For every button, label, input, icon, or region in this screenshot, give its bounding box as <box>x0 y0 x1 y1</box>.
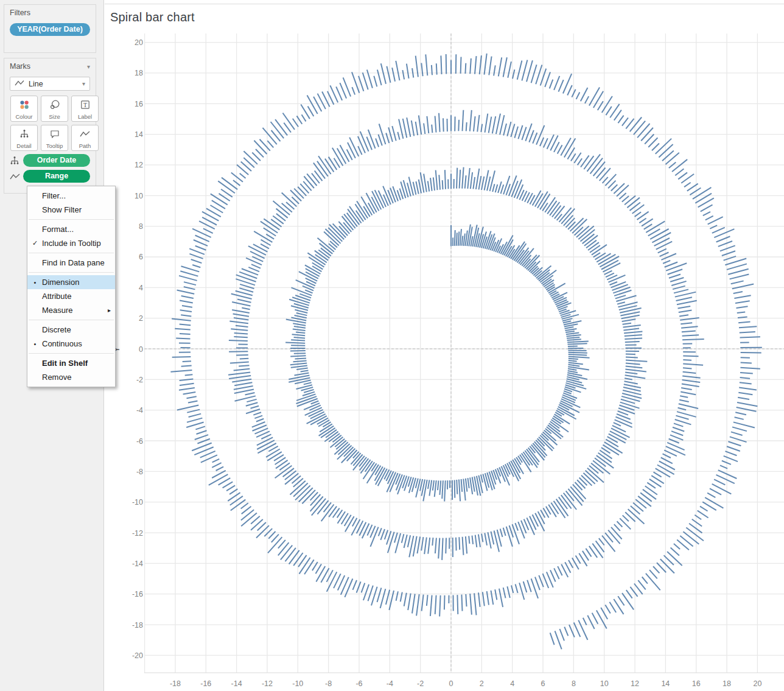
menu-item-measure[interactable]: Measure▸ <box>27 303 115 317</box>
svg-text:-14: -14 <box>231 679 242 688</box>
menu-item-discrete[interactable]: Discrete <box>27 323 115 337</box>
label-button[interactable]: TLabel <box>71 96 99 122</box>
menu-item-dimension[interactable]: •Dimension <box>27 275 115 289</box>
menu-item-label: Measure <box>42 306 73 315</box>
menu-item-show-filter[interactable]: Show Filter <box>27 203 115 217</box>
tooltip-button-label: Tooltip <box>46 142 63 149</box>
marks-card: Marks ▾ Line ▾ ColourSizeTLabelDetailToo… <box>4 58 96 194</box>
svg-text:-18: -18 <box>132 621 143 630</box>
colour-button[interactable]: Colour <box>10 96 38 122</box>
menu-separator <box>29 320 114 320</box>
svg-text:12: 12 <box>135 161 143 169</box>
svg-text:-16: -16 <box>132 590 143 598</box>
menu-item-label: Edit in Shelf <box>42 359 88 368</box>
svg-text:-16: -16 <box>200 679 211 688</box>
svg-text:-2: -2 <box>417 679 424 688</box>
svg-text:20: 20 <box>135 38 143 47</box>
svg-text:-10: -10 <box>132 498 143 507</box>
menu-item-continuous[interactable]: •Continuous <box>27 337 115 351</box>
pill-row-range: Range <box>9 170 96 183</box>
size-button-label: Size <box>49 113 60 120</box>
menu-item-label: Show Filter <box>42 205 82 214</box>
menu-item-label: Attribute <box>42 292 71 301</box>
svg-text:6: 6 <box>541 679 545 688</box>
menu-item-remove[interactable]: Remove <box>27 370 115 384</box>
svg-text:16: 16 <box>692 679 701 688</box>
mark-type-dropdown[interactable]: Line ▾ <box>10 77 90 91</box>
svg-text:8: 8 <box>572 679 576 688</box>
svg-text:14: 14 <box>135 130 143 139</box>
x-axis-tick-labels: -18-16-14-12-10-8-6-4-202468101214161820 <box>170 679 761 688</box>
context-menu: Filter...Show FilterFormat...✓Include in… <box>27 186 116 387</box>
svg-text:-4: -4 <box>136 406 143 415</box>
svg-text:-6: -6 <box>355 679 362 688</box>
tooltip-icon <box>49 125 60 142</box>
svg-text:-2: -2 <box>136 376 143 384</box>
gridlines <box>144 33 784 673</box>
pill-range[interactable]: Range <box>23 170 90 183</box>
svg-text:0: 0 <box>449 679 453 688</box>
svg-text:8: 8 <box>139 222 143 231</box>
menu-separator <box>29 219 114 220</box>
svg-text:20: 20 <box>753 679 761 688</box>
filters-card-title: Filters <box>10 9 30 17</box>
svg-text:-8: -8 <box>136 468 143 476</box>
svg-text:18: 18 <box>723 679 731 688</box>
svg-text:-6: -6 <box>136 437 143 446</box>
chevron-down-icon: ▾ <box>82 80 85 87</box>
svg-text:0: 0 <box>139 345 143 354</box>
checkmark-icon: ✓ <box>30 239 40 247</box>
spiral-marks <box>170 54 761 650</box>
menu-item-label: Discrete <box>42 325 71 334</box>
svg-text:-12: -12 <box>132 529 143 538</box>
svg-text:10: 10 <box>135 192 143 200</box>
size-icon <box>49 96 60 113</box>
svg-text:-20: -20 <box>132 651 143 660</box>
pill-order-date[interactable]: Order Date <box>23 154 90 167</box>
size-button[interactable]: Size <box>41 96 68 122</box>
menu-item-find-in-data-pane[interactable]: Find in Data pane <box>27 256 115 270</box>
detail-icon <box>19 125 30 142</box>
menu-item-filter[interactable]: Filter... <box>27 189 115 203</box>
label-button-label: Label <box>78 113 92 120</box>
line-mark-icon <box>15 80 24 88</box>
label-icon: T <box>80 96 91 113</box>
svg-text:10: 10 <box>600 679 609 688</box>
svg-text:T: T <box>83 102 86 108</box>
spiral-chart-plot: -18-16-14-12-10-8-6-4-202468101214161820… <box>105 0 784 691</box>
bullet-icon: • <box>30 279 40 286</box>
menu-item-attribute[interactable]: Attribute <box>27 289 115 303</box>
svg-text:4: 4 <box>139 284 143 292</box>
y-axis-tick-labels: 20181614121086420-2-4-6-8-10-12-14-16-18… <box>132 38 143 660</box>
svg-text:2: 2 <box>480 679 484 688</box>
path-icon <box>80 125 90 142</box>
menu-item-label: Remove <box>42 373 71 382</box>
menu-separator <box>29 253 114 253</box>
svg-text:14: 14 <box>661 679 670 688</box>
svg-text:-8: -8 <box>325 679 332 688</box>
filter-pill-year-order-date[interactable]: YEAR(Order Date) <box>10 23 90 36</box>
svg-text:18: 18 <box>135 69 143 77</box>
tooltip-button[interactable]: Tooltip <box>41 125 68 151</box>
detail-button[interactable]: Detail <box>10 125 38 151</box>
svg-text:4: 4 <box>510 679 514 688</box>
menu-item-label: Format... <box>42 225 74 234</box>
menu-item-edit-in-shelf[interactable]: Edit in Shelf <box>27 356 115 370</box>
menu-item-format[interactable]: Format... <box>27 222 115 236</box>
pill-row-order-date: Order Date <box>9 154 96 167</box>
bullet-icon: • <box>30 340 40 348</box>
path-button[interactable]: Path <box>71 125 99 151</box>
svg-text:-12: -12 <box>262 679 273 688</box>
menu-item-include-in-tooltip[interactable]: ✓Include in Tooltip <box>27 236 115 250</box>
path-icon <box>9 173 20 180</box>
colour-icon <box>19 96 30 113</box>
menu-separator <box>29 272 114 273</box>
chevron-down-icon[interactable]: ▾ <box>87 63 90 70</box>
colour-button-label: Colour <box>16 113 33 120</box>
menu-item-label: Find in Data pane <box>42 258 105 267</box>
submenu-arrow-icon: ▸ <box>108 307 111 314</box>
detail-icon <box>9 155 20 166</box>
svg-text:6: 6 <box>139 253 143 261</box>
menu-item-label: Dimension <box>42 278 79 287</box>
marks-card-title: Marks <box>10 62 30 71</box>
